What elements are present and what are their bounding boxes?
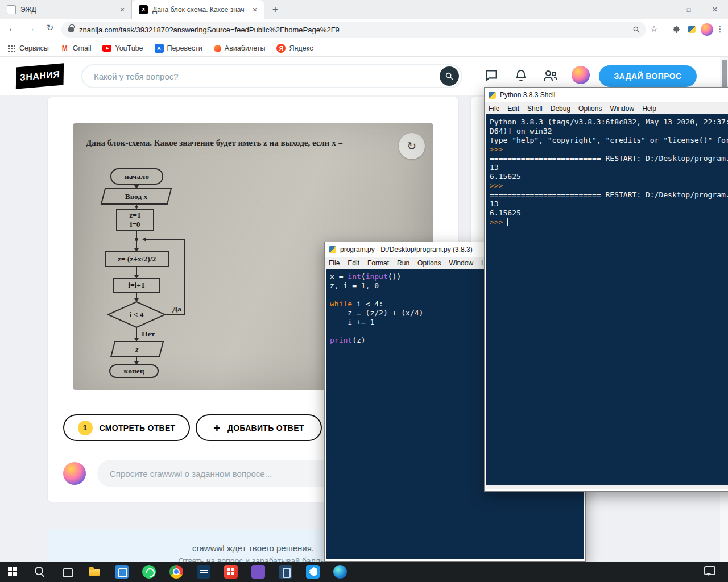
- taskbar-red-app-icon[interactable]: [224, 565, 238, 579]
- search-submit-button[interactable]: [440, 66, 459, 86]
- scrollbar-thumb[interactable]: [722, 60, 727, 90]
- shell-titlebar[interactable]: Python 3.8.3 Shell: [485, 88, 728, 102]
- user-avatar[interactable]: [572, 66, 590, 84]
- editor-menu-format[interactable]: Format: [363, 259, 393, 267]
- shell-prompt: >>>: [490, 181, 507, 190]
- taskbar-start-icon[interactable]: [6, 565, 19, 579]
- taskbar-file-explorer-icon[interactable]: [88, 565, 101, 579]
- taskbar-task-view-icon[interactable]: [60, 565, 74, 579]
- youtube-icon: [102, 45, 111, 52]
- community-people-icon[interactable]: [543, 68, 559, 83]
- comment-avatar: [63, 462, 86, 485]
- yandex-icon: Я: [276, 44, 286, 53]
- tab-close-icon[interactable]: ×: [250, 5, 259, 14]
- shell-line: 13: [490, 163, 728, 172]
- shell-title: Python 3.8.3 Shell: [500, 91, 555, 99]
- shell-menu-window[interactable]: Window: [606, 105, 638, 113]
- plus-icon: +: [213, 421, 221, 435]
- python-extension-icon[interactable]: [688, 26, 696, 33]
- back-icon[interactable]: ←: [6, 23, 19, 34]
- refresh-icon[interactable]: ↻: [43, 23, 57, 33]
- bookmark-apps-grid[interactable]: Сервисы: [7, 44, 49, 53]
- flow-junction-dot: [135, 238, 138, 241]
- taskbar-navy-app-icon[interactable]: [279, 565, 292, 579]
- taskbar-blue-app-icon[interactable]: [115, 565, 129, 579]
- zoom-icon[interactable]: [632, 26, 640, 34]
- window-minimize-button[interactable]: —: [650, 0, 676, 19]
- taskbar-tray: [704, 566, 715, 575]
- editor-menu-file[interactable]: File: [325, 259, 344, 267]
- taskbar-vscode-icon[interactable]: [306, 565, 320, 579]
- rotate-image-button[interactable]: ↻: [399, 133, 425, 159]
- tray-chat-icon[interactable]: [704, 566, 715, 575]
- bookmark-label: Gmail: [73, 44, 92, 52]
- editor-menu-run[interactable]: Run: [393, 259, 413, 267]
- question-search-input[interactable]: [94, 72, 440, 81]
- translate-icon: A: [155, 44, 164, 53]
- editor-menu-options[interactable]: Options: [413, 259, 445, 267]
- shell-line: 6.15625: [490, 209, 728, 218]
- taskbar-purple-app-icon[interactable]: [251, 565, 265, 579]
- shell-line: 13: [490, 199, 728, 209]
- window-maximize-button[interactable]: □: [676, 0, 702, 19]
- editor-title: program.py - D:/Desktop/program.py (3.8.…: [340, 246, 473, 253]
- shell-menu-help[interactable]: Help: [638, 105, 660, 113]
- forward-icon[interactable]: →: [24, 23, 38, 34]
- question-search[interactable]: [81, 64, 462, 88]
- tab-title: ЭЖД: [20, 6, 113, 14]
- taskbar-whatsapp-icon[interactable]: [142, 565, 156, 579]
- answer-buttons-row: 1 СМОТРЕТЬ ОТВЕТ + ДОБАВИТЬ ОТВЕТ: [63, 414, 322, 441]
- shell-line: ========================= RESTART: D:/De…: [490, 154, 728, 163]
- address-bar[interactable]: znanija.com/task/39321870?answeringSourc…: [61, 22, 646, 38]
- shell-menu-options[interactable]: Options: [574, 105, 606, 113]
- flow-input-label: Ввод x: [125, 192, 148, 201]
- add-answer-button[interactable]: + ДОБАВИТЬ ОТВЕТ: [196, 414, 322, 441]
- shell-prompt: >>>: [490, 145, 507, 153]
- profile-avatar[interactable]: [701, 23, 713, 36]
- bookmark-label: Авиабилеты: [225, 44, 266, 52]
- flow-condition-label: i < 4: [130, 310, 144, 319]
- messages-icon[interactable]: [484, 68, 499, 83]
- answer-count-badge: 1: [78, 421, 93, 435]
- add-answer-label: ДОБАВИТЬ ОТВЕТ: [228, 423, 304, 433]
- shell-menu-debug[interactable]: Debug: [547, 105, 574, 113]
- url-text[interactable]: znanija.com/task/39321870?answeringSourc…: [79, 26, 632, 34]
- document-favicon-icon: [7, 5, 16, 14]
- bookmark-translate[interactable]: AПеревести: [155, 44, 202, 53]
- editor-menu-edit[interactable]: Edit: [344, 259, 363, 267]
- flow-increment-label: i=i+1: [128, 281, 145, 289]
- text-cursor: [507, 218, 508, 226]
- browser-menu-icon[interactable]: ⋮: [713, 24, 727, 34]
- taskbar-dark-blue-app-icon[interactable]: [197, 565, 210, 579]
- tab-close-icon[interactable]: ×: [118, 5, 127, 14]
- bookmark-yandex[interactable]: ЯЯндекс: [276, 44, 313, 53]
- search-icon: [445, 72, 454, 81]
- extensions-puzzle-icon[interactable]: [672, 25, 681, 34]
- see-answer-button[interactable]: 1 СМОТРЕТЬ ОТВЕТ: [63, 414, 190, 441]
- editor-menu-window[interactable]: Window: [445, 259, 477, 267]
- taskbar-search-icon[interactable]: [33, 565, 47, 579]
- shell-menu-edit[interactable]: Edit: [503, 105, 523, 113]
- taskbar-chrome-icon[interactable]: [169, 565, 183, 579]
- bookmark-youtube[interactable]: YouTube: [102, 44, 143, 52]
- tab-ezhd[interactable]: ЭЖД ×: [0, 0, 132, 19]
- shell-menu-file[interactable]: File: [485, 105, 503, 113]
- tickets-icon: [214, 45, 221, 52]
- bookmark-gmail[interactable]: MGmail: [60, 44, 92, 53]
- site-logo[interactable]: ЗНАНИЯ: [16, 63, 64, 89]
- new-tab-button[interactable]: +: [267, 2, 283, 18]
- window-close-button[interactable]: ×: [702, 0, 728, 19]
- bookmark-star-icon[interactable]: ☆: [647, 24, 661, 34]
- ask-question-button[interactable]: ЗАДАЙ ВОПРОС: [599, 65, 697, 87]
- shell-menu-shell[interactable]: Shell: [523, 105, 547, 113]
- tab-title: Дана блок-схема. Какое знач: [152, 6, 246, 14]
- flow-yes-label: Да: [172, 305, 181, 313]
- shell-console[interactable]: Python 3.8.3 (tags/v3.8.3:6f8c832, May 1…: [486, 114, 728, 485]
- screen: ЭЖД × З Дана блок-схема. Какое знач × + …: [0, 0, 728, 582]
- tab-znanija[interactable]: З Дана блок-схема. Какое знач ×: [132, 0, 264, 19]
- shell-line: Python 3.8.3 (tags/v3.8.3:6f8c832, May 1…: [490, 118, 728, 127]
- taskbar-edge-icon[interactable]: [333, 565, 347, 579]
- bookmark-tickets[interactable]: Авиабилеты: [214, 44, 266, 52]
- flow-init2-label: i=0: [130, 220, 140, 228]
- notifications-bell-icon[interactable]: [514, 68, 528, 83]
